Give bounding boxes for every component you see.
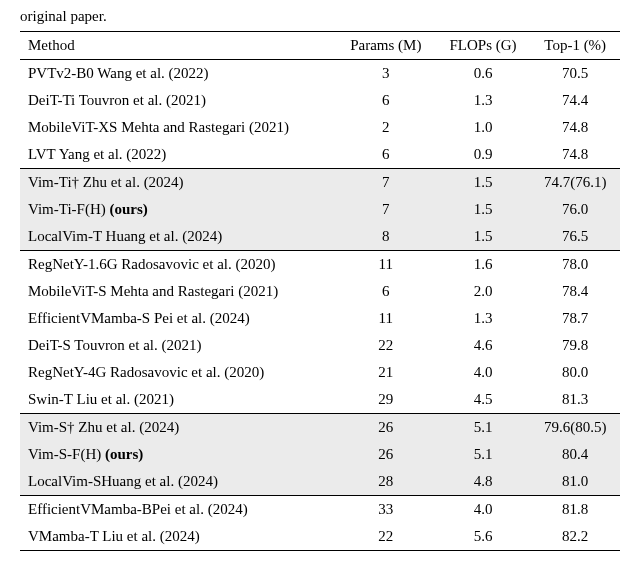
cell-top1: 81.0 (530, 468, 620, 496)
cell-params: 7 (336, 196, 436, 223)
cell-flops: 1.5 (436, 169, 531, 197)
cell-params: 22 (336, 332, 436, 359)
cell-flops: 1.5 (436, 223, 531, 251)
table-row: EfficientVMamba-BPei et al. (2024)334.08… (20, 496, 620, 524)
cell-method: Vim-S† Zhu et al. (2024) (20, 414, 336, 442)
cell-flops: 1.3 (436, 87, 531, 114)
cell-top1: 74.8 (530, 141, 620, 169)
cell-top1: 74.4 (530, 87, 620, 114)
col-flops: FLOPs (G) (436, 32, 531, 60)
col-top1: Top-1 (%) (530, 32, 620, 60)
table-row: MobileViT-S Mehta and Rastegari (2021)62… (20, 278, 620, 305)
cell-params: 6 (336, 141, 436, 169)
cell-flops: 1.5 (436, 196, 531, 223)
table-row: DeiT-S Touvron et al. (2021)224.679.8 (20, 332, 620, 359)
cell-params: 6 (336, 278, 436, 305)
cell-params: 7 (336, 169, 436, 197)
cell-params: 33 (336, 496, 436, 524)
cell-top1: 79.6(80.5) (530, 414, 620, 442)
cell-method: Vim-Ti-F(H) (ours) (20, 196, 336, 223)
cell-params: 11 (336, 305, 436, 332)
cell-params: 29 (336, 386, 436, 414)
cell-flops: 5.6 (436, 523, 531, 551)
cell-top1: 74.8 (530, 114, 620, 141)
cell-flops: 5.1 (436, 414, 531, 442)
cell-flops: 4.0 (436, 359, 531, 386)
cell-params: 26 (336, 414, 436, 442)
table-body: PVTv2-B0 Wang et al. (2022)30.670.5DeiT-… (20, 60, 620, 551)
cell-method: LocalVim-SHuang et al. (2024) (20, 468, 336, 496)
col-method: Method (20, 32, 336, 60)
table-row: RegNetY-1.6G Radosavovic et al. (2020)11… (20, 251, 620, 279)
cell-method: EfficientVMamba-BPei et al. (2024) (20, 496, 336, 524)
cell-flops: 1.6 (436, 251, 531, 279)
cell-method: Vim-Ti† Zhu et al. (2024) (20, 169, 336, 197)
cell-method: VMamba-T Liu et al. (2024) (20, 523, 336, 551)
cell-params: 11 (336, 251, 436, 279)
ours-marker: (ours) (105, 446, 143, 462)
cell-method: MobileViT-S Mehta and Rastegari (2021) (20, 278, 336, 305)
cell-params: 21 (336, 359, 436, 386)
cell-params: 8 (336, 223, 436, 251)
cell-top1: 79.8 (530, 332, 620, 359)
table-row: Vim-Ti† Zhu et al. (2024)71.574.7(76.1) (20, 169, 620, 197)
cell-flops: 4.6 (436, 332, 531, 359)
table-row: EfficientVMamba-S Pei et al. (2024)111.3… (20, 305, 620, 332)
cell-method: Vim-S-F(H) (ours) (20, 441, 336, 468)
table-row: LVT Yang et al. (2022)60.974.8 (20, 141, 620, 169)
cell-flops: 1.0 (436, 114, 531, 141)
cell-flops: 0.9 (436, 141, 531, 169)
cell-method: RegNetY-1.6G Radosavovic et al. (2020) (20, 251, 336, 279)
cell-top1: 81.3 (530, 386, 620, 414)
cell-top1: 80.0 (530, 359, 620, 386)
cell-top1: 81.8 (530, 496, 620, 524)
cell-method: EfficientVMamba-S Pei et al. (2024) (20, 305, 336, 332)
table-row: DeiT-Ti Touvron et al. (2021)61.374.4 (20, 87, 620, 114)
cell-method: Swin-T Liu et al. (2021) (20, 386, 336, 414)
cell-params: 26 (336, 441, 436, 468)
table-row: Swin-T Liu et al. (2021)294.581.3 (20, 386, 620, 414)
cell-flops: 2.0 (436, 278, 531, 305)
table-row: Vim-Ti-F(H) (ours)71.576.0 (20, 196, 620, 223)
cell-top1: 82.2 (530, 523, 620, 551)
table-row: PVTv2-B0 Wang et al. (2022)30.670.5 (20, 60, 620, 88)
cell-method: MobileViT-XS Mehta and Rastegari (2021) (20, 114, 336, 141)
cell-top1: 76.0 (530, 196, 620, 223)
table-row: MobileViT-XS Mehta and Rastegari (2021)2… (20, 114, 620, 141)
cell-params: 28 (336, 468, 436, 496)
cell-top1: 80.4 (530, 441, 620, 468)
table-row: Vim-S-F(H) (ours)265.180.4 (20, 441, 620, 468)
table-row: RegNetY-4G Radosavovic et al. (2020)214.… (20, 359, 620, 386)
cell-flops: 4.5 (436, 386, 531, 414)
table-row: LocalVim-T Huang et al. (2024)81.576.5 (20, 223, 620, 251)
cell-params: 2 (336, 114, 436, 141)
cell-params: 22 (336, 523, 436, 551)
cell-method: LVT Yang et al. (2022) (20, 141, 336, 169)
cell-params: 6 (336, 87, 436, 114)
cell-params: 3 (336, 60, 436, 88)
cell-flops: 1.3 (436, 305, 531, 332)
cell-top1: 78.7 (530, 305, 620, 332)
results-table: Method Params (M) FLOPs (G) Top-1 (%) PV… (20, 31, 620, 551)
cell-method: DeiT-S Touvron et al. (2021) (20, 332, 336, 359)
cell-flops: 4.8 (436, 468, 531, 496)
cell-flops: 0.6 (436, 60, 531, 88)
caption-fragment: original paper. (20, 8, 620, 25)
cell-top1: 76.5 (530, 223, 620, 251)
cell-top1: 78.4 (530, 278, 620, 305)
cell-top1: 70.5 (530, 60, 620, 88)
cell-top1: 74.7(76.1) (530, 169, 620, 197)
cell-method: PVTv2-B0 Wang et al. (2022) (20, 60, 336, 88)
cell-method: DeiT-Ti Touvron et al. (2021) (20, 87, 336, 114)
ours-marker: (ours) (109, 201, 147, 217)
table-row: VMamba-T Liu et al. (2024)225.682.2 (20, 523, 620, 551)
cell-flops: 5.1 (436, 441, 531, 468)
table-row: LocalVim-SHuang et al. (2024)284.881.0 (20, 468, 620, 496)
col-params: Params (M) (336, 32, 436, 60)
cell-flops: 4.0 (436, 496, 531, 524)
cell-method: LocalVim-T Huang et al. (2024) (20, 223, 336, 251)
header-row: Method Params (M) FLOPs (G) Top-1 (%) (20, 32, 620, 60)
table-row: Vim-S† Zhu et al. (2024)265.179.6(80.5) (20, 414, 620, 442)
cell-top1: 78.0 (530, 251, 620, 279)
cell-method: RegNetY-4G Radosavovic et al. (2020) (20, 359, 336, 386)
